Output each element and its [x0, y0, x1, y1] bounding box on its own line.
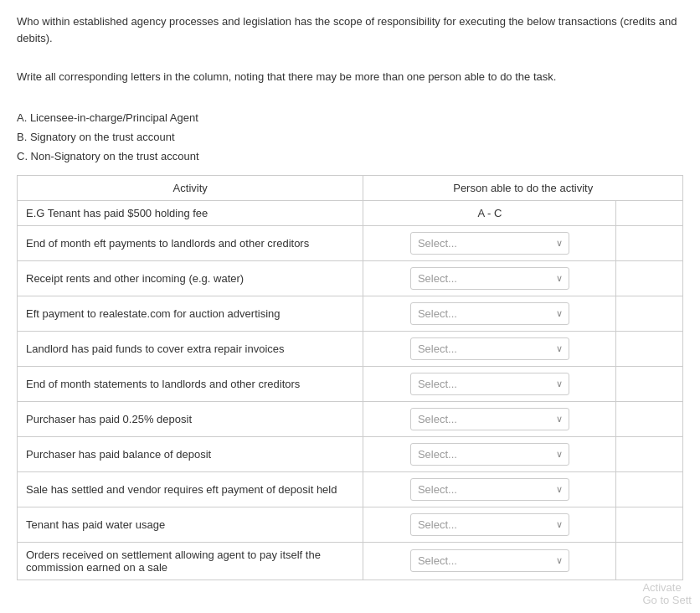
activity-select[interactable]: Select...ABCA - BA - CB - CA - B - C — [410, 302, 569, 325]
option-b: B. Signatory on the trust account — [17, 127, 683, 147]
select-wrapper: Select...ABCA - BA - CB - CA - B - C∨ — [410, 549, 569, 572]
activity-cell: Receipt rents and other incoming (e.g. w… — [18, 260, 363, 296]
select-wrapper: Select...ABCA - BA - CB - CA - B - C∨ — [410, 373, 569, 395]
extra-cell — [616, 471, 683, 507]
extra-cell — [616, 296, 683, 331]
table-row: Tenant has paid water usageSelect...ABCA… — [18, 507, 683, 542]
extra-cell — [616, 436, 683, 471]
person-cell[interactable]: Select...ABCA - BA - CB - CA - B - C∨ — [363, 225, 616, 260]
extra-cell — [616, 401, 683, 436]
activity-select[interactable]: Select...ABCA - BA - CB - CA - B - C — [410, 232, 569, 255]
activity-select[interactable]: Select...ABCA - BA - CB - CA - B - C — [410, 478, 569, 501]
person-cell[interactable]: Select...ABCA - BA - CB - CA - B - C∨ — [363, 436, 616, 471]
select-wrapper: Select...ABCA - BA - CB - CA - B - C∨ — [410, 408, 569, 430]
activity-cell: Purchaser has paid 0.25% deposit — [18, 401, 363, 436]
activity-cell: E.G Tenant has paid $500 holding fee — [18, 200, 363, 225]
table-row: Sale has settled and vendor requires eft… — [18, 471, 683, 507]
select-wrapper: Select...ABCA - BA - CB - CA - B - C∨ — [410, 267, 569, 290]
table-row: End of month statements to landlords and… — [18, 366, 683, 401]
activity-select[interactable]: Select...ABCA - BA - CB - CA - B - C — [410, 267, 569, 290]
table-row: End of month eft payments to landlords a… — [18, 225, 683, 260]
watermark-text: ActivateGo to Sett — [642, 581, 692, 594]
activity-table: Activity Person able to do the activity … — [17, 175, 683, 580]
activity-cell: Eft payment to realestate.com for auctio… — [18, 296, 363, 331]
select-wrapper: Select...ABCA - BA - CB - CA - B - C∨ — [410, 302, 569, 325]
table-row: Eft payment to realestate.com for auctio… — [18, 296, 683, 331]
intro-paragraph1: Who within established agency processes … — [17, 13, 683, 46]
person-cell[interactable]: Select...ABCA - BA - CB - CA - B - C∨ — [363, 471, 616, 507]
activity-cell: Orders received on settlement allowing a… — [18, 542, 363, 580]
option-a: A. Licensee-in-charge/Principal Agent — [17, 108, 683, 127]
person-cell[interactable]: Select...ABCA - BA - CB - CA - B - C∨ — [363, 507, 616, 542]
activity-cell: Landlord has paid funds to cover extra r… — [18, 331, 363, 366]
col-header-person: Person able to do the activity — [363, 175, 683, 200]
activity-cell: End of month eft payments to landlords a… — [18, 225, 363, 260]
table-row: Orders received on settlement allowing a… — [18, 542, 683, 580]
select-wrapper: Select...ABCA - BA - CB - CA - B - C∨ — [410, 478, 569, 501]
select-wrapper: Select...ABCA - BA - CB - CA - B - C∨ — [410, 513, 569, 536]
extra-cell — [616, 542, 683, 580]
extra-cell — [616, 507, 683, 542]
activity-select[interactable]: Select...ABCA - BA - CB - CA - B - C — [410, 513, 569, 536]
activity-cell: End of month statements to landlords and… — [18, 366, 363, 401]
select-wrapper: Select...ABCA - BA - CB - CA - B - C∨ — [410, 443, 569, 466]
option-c: C. Non-Signatory on the trust account — [17, 147, 683, 166]
person-cell: A - C — [363, 200, 616, 225]
table-row: Landlord has paid funds to cover extra r… — [18, 331, 683, 366]
person-cell[interactable]: Select...ABCA - BA - CB - CA - B - C∨ — [363, 366, 616, 401]
table-row: Purchaser has paid balance of depositSel… — [18, 436, 683, 471]
person-cell[interactable]: Select...ABCA - BA - CB - CA - B - C∨ — [363, 331, 616, 366]
activity-select[interactable]: Select...ABCA - BA - CB - CA - B - C — [410, 337, 569, 360]
activity-cell: Tenant has paid water usage — [18, 507, 363, 542]
intro-paragraph2: Write all corresponding letters in the c… — [17, 69, 683, 85]
activity-select[interactable]: Select...ABCA - BA - CB - CA - B - C — [410, 549, 569, 572]
person-cell[interactable]: Select...ABCA - BA - CB - CA - B - C∨ — [363, 401, 616, 436]
extra-cell — [616, 331, 683, 366]
person-cell[interactable]: Select...ABCA - BA - CB - CA - B - C∨ — [363, 296, 616, 331]
person-cell[interactable]: Select...ABCA - BA - CB - CA - B - C∨ — [363, 260, 616, 296]
activity-cell: Purchaser has paid balance of deposit — [18, 436, 363, 471]
table-row: Purchaser has paid 0.25% depositSelect..… — [18, 401, 683, 436]
select-wrapper: Select...ABCA - BA - CB - CA - B - C∨ — [410, 337, 569, 360]
extra-cell — [616, 225, 683, 260]
col-header-activity: Activity — [18, 175, 363, 200]
activity-select[interactable]: Select...ABCA - BA - CB - CA - B - C — [410, 373, 569, 395]
activity-select[interactable]: Select...ABCA - BA - CB - CA - B - C — [410, 443, 569, 466]
extra-cell — [616, 366, 683, 401]
select-wrapper: Select...ABCA - BA - CB - CA - B - C∨ — [410, 232, 569, 255]
activity-cell: Sale has settled and vendor requires eft… — [18, 471, 363, 507]
table-row: E.G Tenant has paid $500 holding feeA - … — [18, 200, 683, 225]
extra-cell — [616, 200, 683, 225]
table-row: Receipt rents and other incoming (e.g. w… — [18, 260, 683, 296]
activity-select[interactable]: Select...ABCA - BA - CB - CA - B - C — [410, 408, 569, 430]
extra-cell — [616, 260, 683, 296]
person-cell[interactable]: Select...ABCA - BA - CB - CA - B - C∨ — [363, 542, 616, 580]
